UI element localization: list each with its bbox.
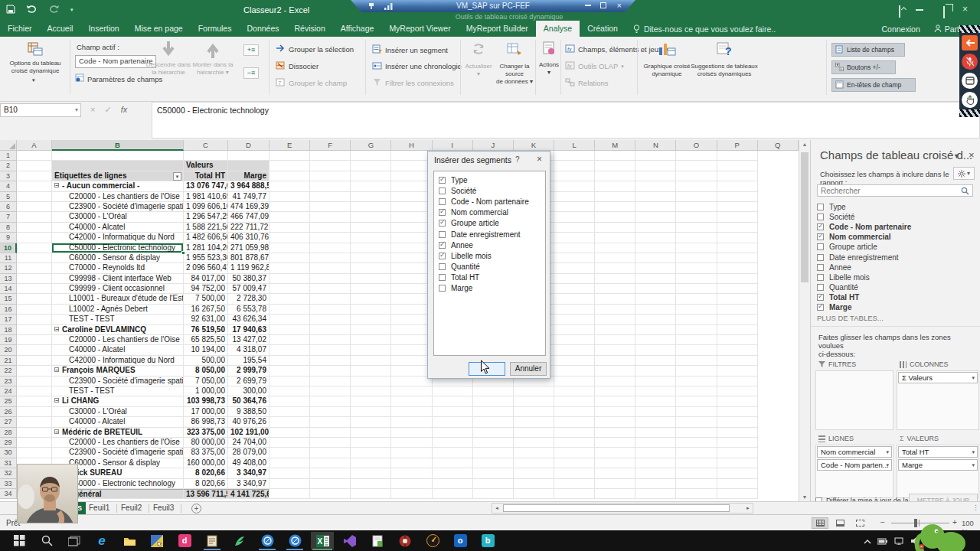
cell[interactable] — [351, 428, 391, 438]
cell[interactable] — [270, 192, 310, 202]
cell[interactable] — [717, 161, 758, 171]
cell[interactable] — [391, 407, 432, 417]
zone-chip[interactable]: Total HT▾ — [898, 446, 978, 458]
row-header-13[interactable]: 13 — [0, 274, 17, 284]
confirm-entry-icon[interactable]: ✓ — [104, 105, 111, 115]
cell[interactable]: L10002 - Agnés Debert — [52, 305, 184, 315]
collapse-group-icon[interactable]: − — [54, 183, 59, 187]
pane-options-icon[interactable]: ▼ — [953, 152, 960, 160]
cell[interactable] — [717, 305, 758, 315]
cell[interactable] — [473, 396, 514, 406]
mic-muted-button[interactable] — [962, 54, 978, 70]
cell[interactable] — [676, 315, 717, 324]
cell[interactable]: C23900 - Société d'imagerie spatiale — [52, 377, 184, 386]
cell[interactable] — [676, 377, 717, 386]
cell[interactable] — [635, 417, 676, 427]
cell[interactable] — [554, 489, 595, 499]
cell[interactable] — [595, 428, 635, 438]
ribbon-tab-analyse[interactable]: Analyse — [536, 21, 580, 37]
cell[interactable] — [717, 233, 758, 243]
cell[interactable]: 17 940,63 — [228, 325, 270, 335]
cell[interactable] — [391, 366, 432, 376]
row-header-5[interactable]: 5 — [0, 192, 17, 202]
checkbox[interactable] — [817, 223, 824, 230]
cell[interactable] — [351, 274, 391, 284]
cell[interactable]: 500,00 — [184, 356, 228, 366]
cell[interactable]: C23900 - Société d'imagerie spatiale — [52, 448, 184, 458]
cell[interactable] — [554, 151, 595, 161]
cell[interactable] — [17, 294, 52, 304]
cell[interactable] — [554, 212, 595, 222]
drill-down-button[interactable]: Descendre dansla hiérarchie — [150, 41, 187, 60]
cell[interactable] — [270, 294, 310, 304]
cell[interactable] — [717, 448, 758, 458]
cell[interactable] — [676, 151, 717, 161]
gauge-app-icon[interactable] — [421, 532, 444, 549]
cell[interactable]: 13 076 747,63 — [184, 181, 228, 191]
cell[interactable] — [676, 366, 717, 376]
tray-chevron-icon[interactable] — [864, 534, 871, 548]
cell[interactable] — [17, 315, 52, 324]
checkbox[interactable] — [439, 198, 446, 205]
cell[interactable] — [52, 151, 184, 161]
cell[interactable] — [433, 458, 473, 468]
red-app-icon[interactable] — [394, 532, 416, 549]
row-header-18[interactable]: 18 — [0, 325, 17, 335]
cell[interactable]: 1 482 606,50 — [184, 233, 228, 243]
cell[interactable] — [554, 263, 595, 273]
cell[interactable] — [635, 315, 676, 324]
cell[interactable] — [310, 356, 351, 366]
row-header-11[interactable]: 11 — [0, 253, 17, 263]
cell[interactable] — [554, 315, 595, 324]
row-header-9[interactable]: 9 — [0, 233, 17, 243]
cell[interactable] — [351, 223, 391, 233]
cell[interactable] — [473, 428, 514, 438]
cell[interactable] — [310, 325, 351, 335]
cell[interactable] — [351, 202, 391, 212]
cell[interactable] — [554, 233, 595, 243]
cell[interactable] — [310, 458, 351, 468]
slicer-field-option[interactable]: Société — [434, 185, 545, 196]
cell[interactable] — [676, 468, 717, 478]
cell[interactable] — [17, 377, 52, 386]
cell[interactable] — [595, 263, 635, 273]
sheet-tab-feuil3[interactable]: Feuil3 — [153, 504, 174, 512]
cell[interactable] — [391, 335, 432, 345]
cell[interactable]: −Li CHANG — [52, 396, 184, 406]
cell[interactable] — [17, 253, 52, 263]
row-header-23[interactable]: 23 — [0, 377, 17, 386]
cell[interactable]: C42000 - Informatique du Nord — [52, 233, 184, 243]
checkbox[interactable] — [439, 231, 446, 238]
cell[interactable] — [717, 171, 758, 181]
column-header-P[interactable]: P — [717, 140, 758, 151]
cell[interactable] — [635, 223, 676, 233]
cell[interactable] — [595, 468, 635, 478]
insert-slicer-button[interactable]: Insérer un segment — [372, 44, 448, 55]
refresh-button[interactable]: Actualiser▾ — [462, 41, 495, 60]
checkbox[interactable] — [439, 187, 446, 194]
cell[interactable] — [554, 243, 595, 253]
cell[interactable] — [228, 151, 270, 161]
dialog-help-button[interactable]: ? — [515, 155, 520, 164]
more-tables-link[interactable]: PLUS DE TABLES... — [817, 314, 884, 322]
cell[interactable] — [554, 181, 595, 191]
cell[interactable] — [270, 438, 310, 448]
cell[interactable] — [391, 284, 432, 294]
cell[interactable] — [635, 171, 676, 181]
cell[interactable]: C40000 - Alcatel — [52, 223, 184, 233]
page-layout-view-button[interactable] — [831, 517, 848, 529]
cell[interactable] — [676, 243, 717, 253]
cell[interactable] — [595, 315, 635, 324]
cell[interactable]: L10001 - Bureaux d'étude de l'Est — [52, 294, 184, 304]
cell[interactable] — [433, 417, 473, 427]
cell[interactable]: C20000 - Les chantiers de l'Oise — [52, 192, 184, 202]
cell[interactable] — [310, 181, 351, 191]
cell[interactable] — [554, 294, 595, 304]
ribbon-tab-accueil[interactable]: Accueil — [40, 21, 81, 37]
rows-zone[interactable]: Nom commercial▾Code - Nom parten...▾ — [815, 445, 893, 498]
cell[interactable] — [351, 345, 391, 355]
cell[interactable] — [351, 468, 391, 478]
blue-app-2-icon[interactable] — [283, 532, 306, 549]
cell[interactable] — [310, 479, 351, 489]
checkbox[interactable] — [817, 284, 824, 291]
